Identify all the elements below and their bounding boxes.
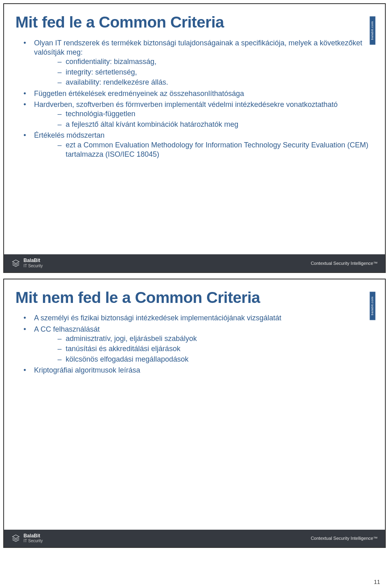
brand-name: BalaBit [24,258,43,263]
sublist: confidentiality: bizalmasság, integrity:… [34,57,374,87]
list-item: A CC felhasználását adminisztratív, jogi… [15,325,374,364]
bullet-text: integrity: sértetlenség, [66,68,137,76]
slide-body: balabit.com Mit nem fed le a Common Crit… [4,279,385,530]
brand-text: BalaBit IT Security [24,258,43,268]
logo-icon [11,259,20,268]
bullet-text: Értékelés módszertan [34,131,105,139]
slide-footer: BalaBit IT Security Contextual Security … [4,530,385,548]
slide-body: balabit.com Mit fed le a Common Criteria… [4,4,385,254]
brand-sub: IT Security [24,263,43,268]
bullet-text: Kriptográfiai algoritmusok leírása [34,366,140,374]
bullet-text: Hardverben, szoftverben és förmverben im… [34,100,338,109]
list-item: Hardverben, szoftverben és förmverben im… [15,100,374,129]
list-item: integrity: sértetlenség, [34,68,374,77]
slide-title: Mit nem fed le a Common Criteria [15,288,374,308]
list-item: kölcsönös elfogadási megállapodások [34,355,374,364]
slide-1: balabit.com Mit fed le a Common Criteria… [3,3,386,273]
bullet-text: a fejlesztő által kívánt kombinációk hat… [66,120,238,128]
slide-footer: BalaBit IT Security Contextual Security … [4,254,385,272]
bullet-text: ezt a Common Evaluation Methodology for … [66,141,368,158]
list-item: Kriptográfiai algoritmusok leírása [15,366,374,375]
sublist: ezt a Common Evaluation Methodology for … [34,141,374,160]
brand-sub: IT Security [24,538,43,543]
list-item: tanúsítási és akkreditálási eljárások [34,344,374,354]
sublist: adminisztratív, jogi, eljárásbeli szabál… [34,334,374,364]
slide-2: balabit.com Mit nem fed le a Common Crit… [3,279,386,548]
footer-tagline: Contextual Security Intelligence™ [311,260,378,266]
bullet-text: tanúsítási és akkreditálási eljárások [66,345,180,353]
bullet-text: kölcsönös elfogadási megállapodások [66,355,188,363]
list-item: availability: rendelkezésre állás. [34,78,374,87]
bullet-text: Olyan IT rendszerek és termékek biztonsá… [34,39,362,56]
logo-icon [11,534,20,543]
list-item: adminisztratív, jogi, eljárásbeli szabál… [34,334,374,343]
bullet-text: confidentiality: bizalmasság, [66,58,156,66]
brand-text: BalaBit IT Security [24,533,43,544]
slide-title: Mit fed le a Common Criteria [15,12,374,33]
list-item: ezt a Common Evaluation Methodology for … [34,141,374,160]
sublist: technológia-független a fejlesztő által … [34,109,374,129]
list-item: Olyan IT rendszerek és termékek biztonsá… [15,38,374,87]
brand: BalaBit IT Security [11,258,43,268]
list-item: confidentiality: bizalmasság, [34,57,374,66]
list-item: a fejlesztő által kívánt kombinációk hat… [34,120,374,129]
svg-marker-1 [13,535,19,539]
bullet-text: A személyi és fizikai biztonsági intézke… [34,314,281,322]
bullet-text: availability: rendelkezésre állás. [66,78,168,86]
bullet-text: Független értékelések eredményeinek az ö… [34,89,244,98]
list-item: A személyi és fizikai biztonsági intézke… [15,313,374,323]
list-item: Értékelés módszertan ezt a Common Evalua… [15,131,374,159]
list-item: Független értékelések eredményeinek az ö… [15,89,374,98]
brand: BalaBit IT Security [11,533,43,544]
bullet-text: technológia-független [66,110,135,118]
brand-name: BalaBit [24,533,43,539]
bullet-text: A CC felhasználását [34,325,100,333]
bullet-text: adminisztratív, jogi, eljárásbeli szabál… [66,334,197,343]
bullet-list: A személyi és fizikai biztonsági intézke… [15,313,374,375]
svg-marker-0 [13,260,19,264]
bullet-list: Olyan IT rendszerek és termékek biztonsá… [15,38,374,160]
list-item: technológia-független [34,109,374,119]
footer-tagline: Contextual Security Intelligence™ [311,535,378,541]
